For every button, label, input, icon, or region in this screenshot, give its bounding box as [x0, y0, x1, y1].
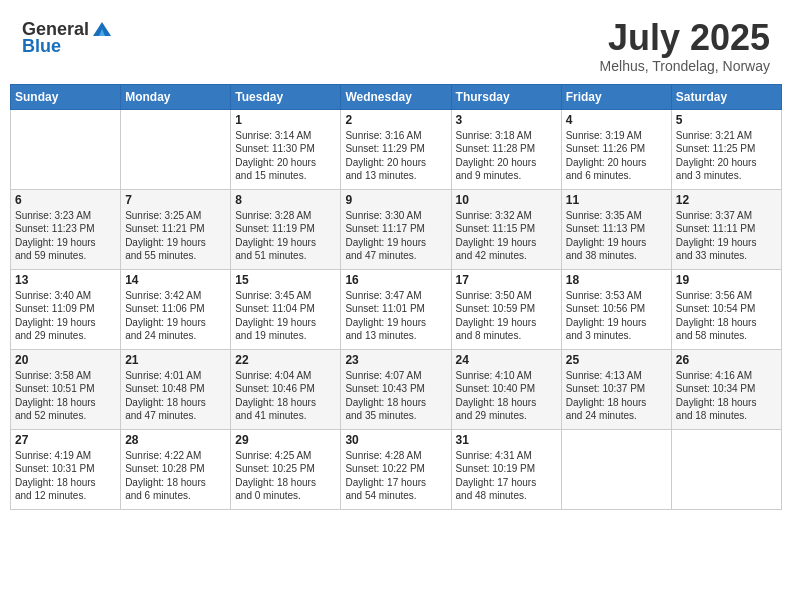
- day-info: Sunrise: 3:35 AMSunset: 11:13 PMDaylight…: [566, 209, 667, 263]
- day-info: Sunrise: 3:14 AMSunset: 11:30 PMDaylight…: [235, 129, 336, 183]
- day-info: Sunrise: 4:01 AMSunset: 10:48 PMDaylight…: [125, 369, 226, 423]
- day-info: Sunrise: 3:16 AMSunset: 11:29 PMDaylight…: [345, 129, 446, 183]
- calendar-cell: 29Sunrise: 4:25 AMSunset: 10:25 PMDaylig…: [231, 429, 341, 509]
- day-info: Sunrise: 4:10 AMSunset: 10:40 PMDaylight…: [456, 369, 557, 423]
- calendar-cell: 21Sunrise: 4:01 AMSunset: 10:48 PMDaylig…: [121, 349, 231, 429]
- calendar-cell: 16Sunrise: 3:47 AMSunset: 11:01 PMDaylig…: [341, 269, 451, 349]
- day-info: Sunrise: 4:22 AMSunset: 10:28 PMDaylight…: [125, 449, 226, 503]
- calendar-cell: 11Sunrise: 3:35 AMSunset: 11:13 PMDaylig…: [561, 189, 671, 269]
- day-info: Sunrise: 3:19 AMSunset: 11:26 PMDaylight…: [566, 129, 667, 183]
- calendar-cell: 9Sunrise: 3:30 AMSunset: 11:17 PMDayligh…: [341, 189, 451, 269]
- day-info: Sunrise: 3:50 AMSunset: 10:59 PMDaylight…: [456, 289, 557, 343]
- day-number: 17: [456, 273, 557, 287]
- calendar-cell: [671, 429, 781, 509]
- calendar-cell: 3Sunrise: 3:18 AMSunset: 11:28 PMDayligh…: [451, 109, 561, 189]
- day-info: Sunrise: 3:53 AMSunset: 10:56 PMDaylight…: [566, 289, 667, 343]
- day-info: Sunrise: 4:16 AMSunset: 10:34 PMDaylight…: [676, 369, 777, 423]
- day-number: 8: [235, 193, 336, 207]
- day-number: 28: [125, 433, 226, 447]
- calendar-cell: 25Sunrise: 4:13 AMSunset: 10:37 PMDaylig…: [561, 349, 671, 429]
- col-header-friday: Friday: [561, 84, 671, 109]
- day-info: Sunrise: 3:32 AMSunset: 11:15 PMDaylight…: [456, 209, 557, 263]
- day-number: 23: [345, 353, 446, 367]
- calendar-cell: 12Sunrise: 3:37 AMSunset: 11:11 PMDaylig…: [671, 189, 781, 269]
- day-number: 13: [15, 273, 116, 287]
- logo: General Blue: [22, 18, 113, 57]
- calendar-cell: 26Sunrise: 4:16 AMSunset: 10:34 PMDaylig…: [671, 349, 781, 429]
- day-number: 14: [125, 273, 226, 287]
- col-header-saturday: Saturday: [671, 84, 781, 109]
- day-number: 12: [676, 193, 777, 207]
- day-number: 2: [345, 113, 446, 127]
- calendar-cell: 1Sunrise: 3:14 AMSunset: 11:30 PMDayligh…: [231, 109, 341, 189]
- day-number: 4: [566, 113, 667, 127]
- calendar-cell: 31Sunrise: 4:31 AMSunset: 10:19 PMDaylig…: [451, 429, 561, 509]
- calendar-cell: 8Sunrise: 3:28 AMSunset: 11:19 PMDayligh…: [231, 189, 341, 269]
- col-header-tuesday: Tuesday: [231, 84, 341, 109]
- day-number: 6: [15, 193, 116, 207]
- day-info: Sunrise: 3:21 AMSunset: 11:25 PMDaylight…: [676, 129, 777, 183]
- calendar-cell: 28Sunrise: 4:22 AMSunset: 10:28 PMDaylig…: [121, 429, 231, 509]
- day-number: 1: [235, 113, 336, 127]
- day-number: 19: [676, 273, 777, 287]
- day-number: 21: [125, 353, 226, 367]
- day-number: 5: [676, 113, 777, 127]
- day-info: Sunrise: 3:23 AMSunset: 11:23 PMDaylight…: [15, 209, 116, 263]
- day-info: Sunrise: 3:28 AMSunset: 11:19 PMDaylight…: [235, 209, 336, 263]
- day-info: Sunrise: 3:18 AMSunset: 11:28 PMDaylight…: [456, 129, 557, 183]
- day-info: Sunrise: 4:13 AMSunset: 10:37 PMDaylight…: [566, 369, 667, 423]
- calendar-cell: 27Sunrise: 4:19 AMSunset: 10:31 PMDaylig…: [11, 429, 121, 509]
- col-header-sunday: Sunday: [11, 84, 121, 109]
- day-number: 29: [235, 433, 336, 447]
- day-number: 30: [345, 433, 446, 447]
- calendar-cell: 23Sunrise: 4:07 AMSunset: 10:43 PMDaylig…: [341, 349, 451, 429]
- day-info: Sunrise: 3:37 AMSunset: 11:11 PMDaylight…: [676, 209, 777, 263]
- calendar-cell: 30Sunrise: 4:28 AMSunset: 10:22 PMDaylig…: [341, 429, 451, 509]
- month-title: July 2025: [600, 18, 770, 58]
- day-number: 18: [566, 273, 667, 287]
- calendar-cell: 24Sunrise: 4:10 AMSunset: 10:40 PMDaylig…: [451, 349, 561, 429]
- calendar-cell: [561, 429, 671, 509]
- day-number: 16: [345, 273, 446, 287]
- day-info: Sunrise: 3:45 AMSunset: 11:04 PMDaylight…: [235, 289, 336, 343]
- day-info: Sunrise: 3:40 AMSunset: 11:09 PMDaylight…: [15, 289, 116, 343]
- day-info: Sunrise: 4:07 AMSunset: 10:43 PMDaylight…: [345, 369, 446, 423]
- logo-icon: [91, 18, 113, 40]
- calendar-cell: 4Sunrise: 3:19 AMSunset: 11:26 PMDayligh…: [561, 109, 671, 189]
- day-info: Sunrise: 3:58 AMSunset: 10:51 PMDaylight…: [15, 369, 116, 423]
- calendar-cell: 10Sunrise: 3:32 AMSunset: 11:15 PMDaylig…: [451, 189, 561, 269]
- day-number: 3: [456, 113, 557, 127]
- day-info: Sunrise: 3:47 AMSunset: 11:01 PMDaylight…: [345, 289, 446, 343]
- calendar-cell: 17Sunrise: 3:50 AMSunset: 10:59 PMDaylig…: [451, 269, 561, 349]
- location-title: Melhus, Trondelag, Norway: [600, 58, 770, 74]
- calendar-table: SundayMondayTuesdayWednesdayThursdayFrid…: [10, 84, 782, 510]
- calendar-cell: 7Sunrise: 3:25 AMSunset: 11:21 PMDayligh…: [121, 189, 231, 269]
- day-info: Sunrise: 3:56 AMSunset: 10:54 PMDaylight…: [676, 289, 777, 343]
- calendar-cell: 19Sunrise: 3:56 AMSunset: 10:54 PMDaylig…: [671, 269, 781, 349]
- day-info: Sunrise: 4:28 AMSunset: 10:22 PMDaylight…: [345, 449, 446, 503]
- day-number: 20: [15, 353, 116, 367]
- day-info: Sunrise: 4:04 AMSunset: 10:46 PMDaylight…: [235, 369, 336, 423]
- calendar-cell: 13Sunrise: 3:40 AMSunset: 11:09 PMDaylig…: [11, 269, 121, 349]
- day-number: 26: [676, 353, 777, 367]
- calendar-cell: 20Sunrise: 3:58 AMSunset: 10:51 PMDaylig…: [11, 349, 121, 429]
- calendar-cell: 22Sunrise: 4:04 AMSunset: 10:46 PMDaylig…: [231, 349, 341, 429]
- day-info: Sunrise: 3:25 AMSunset: 11:21 PMDaylight…: [125, 209, 226, 263]
- calendar-cell: 2Sunrise: 3:16 AMSunset: 11:29 PMDayligh…: [341, 109, 451, 189]
- day-number: 10: [456, 193, 557, 207]
- calendar-cell: [121, 109, 231, 189]
- calendar-cell: 6Sunrise: 3:23 AMSunset: 11:23 PMDayligh…: [11, 189, 121, 269]
- day-number: 22: [235, 353, 336, 367]
- day-info: Sunrise: 4:31 AMSunset: 10:19 PMDaylight…: [456, 449, 557, 503]
- day-info: Sunrise: 4:19 AMSunset: 10:31 PMDaylight…: [15, 449, 116, 503]
- calendar-cell: 14Sunrise: 3:42 AMSunset: 11:06 PMDaylig…: [121, 269, 231, 349]
- day-number: 27: [15, 433, 116, 447]
- day-number: 11: [566, 193, 667, 207]
- title-block: July 2025 Melhus, Trondelag, Norway: [600, 18, 770, 74]
- calendar-cell: [11, 109, 121, 189]
- day-info: Sunrise: 3:42 AMSunset: 11:06 PMDaylight…: [125, 289, 226, 343]
- day-number: 7: [125, 193, 226, 207]
- col-header-thursday: Thursday: [451, 84, 561, 109]
- page-header: General Blue July 2025 Melhus, Trondelag…: [10, 10, 782, 78]
- day-number: 25: [566, 353, 667, 367]
